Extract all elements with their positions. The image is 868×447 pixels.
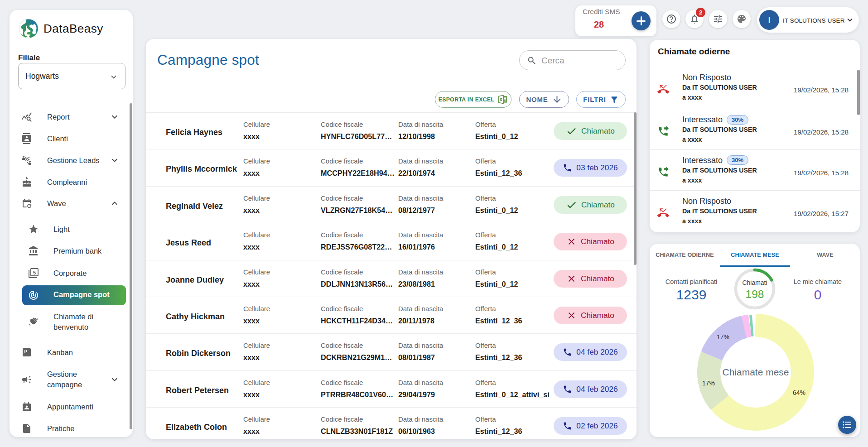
svg-text:5: 5 [33, 269, 36, 275]
